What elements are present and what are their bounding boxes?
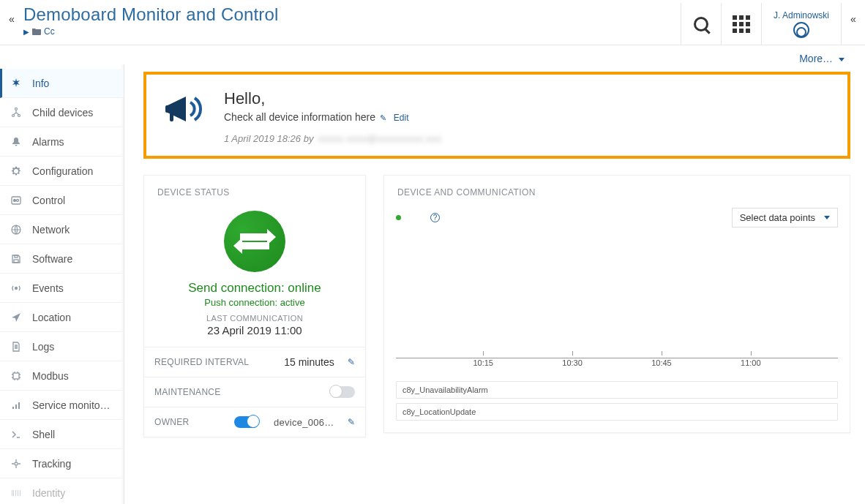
owner-toggle[interactable]: [234, 416, 259, 428]
owner-row: OWNER device_006… ✎: [144, 407, 365, 437]
device-status-card: DEVICE STATUS Send connection: online Pu…: [143, 175, 366, 437]
more-menu[interactable]: More…: [799, 53, 845, 64]
sidebar-item-location[interactable]: Location: [0, 303, 124, 332]
time-tick: 10:45: [651, 358, 672, 367]
sidebar-item-label: Configuration: [32, 165, 93, 177]
sidebar-item-events[interactable]: Events: [0, 274, 124, 303]
push-connection-status: Push connection: active: [144, 297, 365, 308]
page-title: Demoboard Monitor and Control: [23, 4, 279, 25]
hierarchy-icon: [10, 107, 22, 119]
sidebar-item-software[interactable]: Software: [0, 244, 124, 274]
search-icon: [694, 17, 708, 31]
bars-icon: [10, 399, 22, 411]
banner-author-blurred: xxxxx.xxxx@xxxxxxxxx.xxx: [318, 133, 441, 144]
required-interval-row: REQUIRED INTERVAL 15 minutes ✎: [144, 347, 365, 377]
time-tick: 10:15: [473, 358, 493, 367]
svg-rect-10: [13, 373, 19, 379]
time-tick: 10:30: [562, 358, 583, 367]
send-connection-status: Send connection: online: [144, 281, 365, 296]
sidebar-item-info[interactable]: Info: [0, 69, 124, 98]
status-dot-icon: [396, 215, 401, 220]
breadcrumb-label: Cc: [44, 26, 55, 37]
user-avatar-icon: [793, 22, 809, 38]
apps-grid-icon: [733, 15, 750, 33]
sidebar-item-label: Shell: [32, 429, 55, 440]
action-bar: More…: [0, 45, 865, 64]
collapse-left-button[interactable]: «: [0, 3, 23, 25]
chart-area: [396, 233, 838, 358]
megaphone-icon: [164, 92, 208, 144]
owner-value: device_006…: [274, 417, 334, 428]
sidebar-item-label: Info: [32, 78, 49, 89]
sidebar-item-label: Network: [32, 224, 70, 236]
collapse-right-button[interactable]: «: [842, 3, 865, 25]
svg-rect-13: [170, 113, 173, 121]
edit-interval-button[interactable]: ✎: [348, 357, 355, 367]
breadcrumb-arrow-icon: ▶: [23, 28, 29, 36]
select-data-points-dropdown[interactable]: Select data points: [732, 208, 838, 227]
sidebar-item-service-monitoring[interactable]: Service monitori…: [0, 391, 124, 420]
sidebar-item-shell[interactable]: Shell: [0, 420, 124, 449]
sidebar-item-alarms[interactable]: Alarms: [0, 127, 124, 157]
help-button[interactable]: ?: [430, 213, 440, 222]
chip-icon: [10, 370, 22, 382]
sidebar-item-configuration[interactable]: Configuration: [0, 157, 124, 186]
banner-subtitle: Check all device information here ✎ Edit: [224, 111, 441, 123]
svg-point-11: [15, 462, 18, 465]
svg-point-5: [17, 199, 19, 201]
caret-down-icon: [839, 58, 845, 61]
sidebar-item-network[interactable]: Network: [0, 215, 124, 244]
breadcrumb[interactable]: ▶ Cc: [23, 26, 279, 37]
time-tick: 11:00: [741, 358, 761, 367]
sidebar-item-identity[interactable]: Identity: [0, 478, 124, 504]
owner-label: OWNER: [154, 417, 190, 427]
caret-down-icon: [824, 216, 830, 219]
layout: Info Child devices Alarms Configuration …: [0, 64, 865, 504]
svg-point-4: [14, 199, 16, 201]
device-communication-card: DEVICE AND COMMUNICATION ? Select data p…: [383, 175, 850, 433]
time-axis: . 10:15 10:30 10:45 11:00 .: [396, 358, 838, 377]
sidebar-item-child-devices[interactable]: Child devices: [0, 98, 124, 127]
barcode-icon: [10, 487, 22, 499]
banner-text: Hello, Check all device information here…: [224, 89, 441, 144]
edit-link[interactable]: Edit: [394, 113, 409, 123]
pencil-icon: ✎: [380, 113, 386, 122]
maintenance-row: MAINTENANCE: [144, 377, 365, 407]
comm-toolbar: ? Select data points: [396, 208, 838, 227]
required-interval-value: 15 minutes: [284, 356, 334, 368]
sidebar-item-label: Child devices: [32, 107, 93, 119]
last-communication-label: LAST COMMUNICATION: [144, 314, 365, 323]
sidebar-item-label: Control: [32, 195, 65, 206]
sidebar-item-modbus[interactable]: Modbus: [0, 361, 124, 391]
comm-body: ? Select data points . 10:15 10:30 10:45: [384, 203, 850, 432]
search-button[interactable]: [681, 3, 722, 45]
topbar-actions: J. Adminowski: [681, 3, 842, 45]
edit-owner-button[interactable]: ✎: [348, 417, 355, 427]
sidebar-item-label: Service monitori…: [32, 399, 113, 411]
metric-row[interactable]: c8y_LocationUpdate: [396, 403, 838, 421]
floppy-icon: [10, 253, 22, 265]
svg-rect-7: [14, 260, 18, 263]
sidebar-item-tracking[interactable]: Tracking: [0, 449, 124, 478]
sidebar-item-label: Modbus: [32, 370, 69, 382]
sidebar-item-control[interactable]: Control: [0, 186, 124, 215]
sidebar-item-label: Identity: [32, 487, 65, 499]
svg-rect-8: [15, 255, 18, 257]
card-header: DEVICE STATUS: [144, 176, 365, 203]
last-communication-value: 23 April 2019 11:00: [144, 324, 365, 336]
sidebar-item-label: Logs: [32, 341, 54, 353]
maintenance-toggle[interactable]: [330, 386, 355, 398]
sidebar: Info Child devices Alarms Configuration …: [0, 64, 124, 504]
metric-row[interactable]: c8y_UnavailabilityAlarm: [396, 381, 838, 399]
sidebar-item-logs[interactable]: Logs: [0, 332, 124, 361]
title-area: Demoboard Monitor and Control ▶ Cc: [23, 3, 279, 37]
location-icon: [10, 312, 22, 323]
apps-button[interactable]: [721, 3, 762, 45]
topbar: « Demoboard Monitor and Control ▶ Cc J. …: [0, 0, 865, 45]
more-label: More…: [799, 53, 833, 64]
content: Hello, Check all device information here…: [124, 64, 865, 504]
user-menu[interactable]: J. Adminowski: [761, 3, 842, 45]
required-interval-label: REQUIRED INTERVAL: [154, 357, 249, 367]
folder-icon: [32, 28, 41, 35]
terminal-icon: [10, 429, 22, 440]
